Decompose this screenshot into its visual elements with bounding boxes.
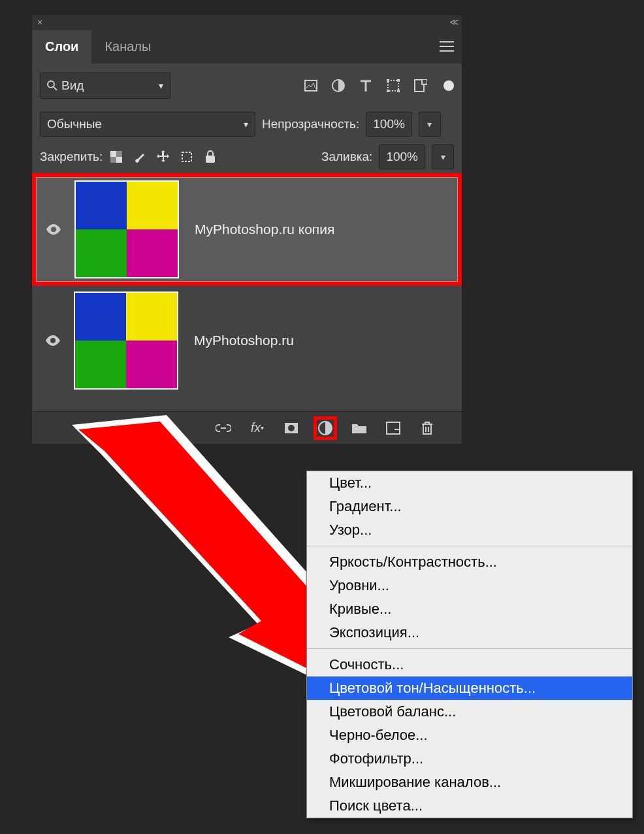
svg-rect-15: [206, 156, 215, 163]
chevron-down-icon: ▾: [244, 119, 248, 129]
layer-filter-row: Вид ▾: [32, 63, 462, 108]
menu-item[interactable]: Поиск цвета...: [307, 794, 632, 818]
filter-type-label: Вид: [61, 78, 84, 93]
svg-rect-11: [116, 157, 122, 163]
svg-rect-10: [110, 151, 116, 157]
svg-rect-7: [397, 90, 400, 92]
layer-row[interactable]: MyPhotoshop.ru копия: [36, 177, 458, 282]
panel-titlebar: × <<: [32, 15, 462, 29]
close-icon[interactable]: ×: [37, 17, 42, 27]
svg-rect-12: [116, 151, 122, 157]
tab-channels[interactable]: Каналы: [91, 30, 164, 63]
svg-rect-1: [305, 80, 317, 91]
lock-transparency-icon[interactable]: [109, 150, 123, 164]
layer-name[interactable]: MyPhotoshop.ru копия: [195, 222, 334, 237]
menu-item[interactable]: Цвет...: [307, 471, 632, 495]
filter-type-dropdown[interactable]: Вид ▾: [40, 73, 170, 99]
lock-brush-icon[interactable]: [133, 150, 147, 164]
layer-thumbnail[interactable]: [74, 180, 179, 278]
lock-all-icon[interactable]: [203, 150, 217, 164]
opacity-slider-toggle[interactable]: ▾: [419, 112, 441, 137]
filter-type-icon[interactable]: [359, 78, 373, 93]
menu-item[interactable]: Микширование каналов...: [307, 771, 632, 794]
layers-list: MyPhotoshop.ru копия MyPhotoshop.ru: [32, 173, 462, 411]
collapse-chevrons-icon[interactable]: <<: [450, 17, 457, 27]
menu-item[interactable]: Узор...: [307, 518, 632, 542]
svg-rect-3: [388, 80, 398, 91]
lock-fill-row: Закрепить: Заливка: 100% ▾: [32, 141, 462, 173]
blend-mode-dropdown[interactable]: Обычные ▾: [40, 112, 255, 137]
new-group-icon[interactable]: [351, 420, 368, 437]
filter-toggle[interactable]: [443, 80, 454, 91]
new-adjustment-layer-icon[interactable]: [317, 420, 334, 437]
menu-item[interactable]: Цветовой баланс...: [307, 700, 632, 724]
svg-rect-14: [182, 152, 191, 161]
svg-marker-21: [78, 422, 330, 673]
svg-marker-20: [72, 415, 330, 683]
add-mask-icon[interactable]: [283, 420, 300, 437]
layer-name[interactable]: MyPhotoshop.ru: [194, 333, 294, 348]
menu-item[interactable]: Черно-белое...: [307, 724, 632, 747]
menu-item[interactable]: Цветовой тон/Насыщенность...: [307, 676, 632, 700]
blend-opacity-row: Обычные ▾ Непрозрачность: 100% ▾: [32, 108, 462, 141]
menu-item[interactable]: Уровни...: [307, 574, 632, 597]
fx-icon[interactable]: fx▾: [249, 420, 266, 437]
fill-label: Заливка:: [321, 150, 372, 164]
svg-rect-9: [422, 79, 427, 84]
menu-item[interactable]: Экспозиция...: [307, 621, 632, 644]
visibility-eye-icon[interactable]: [39, 224, 68, 235]
chevron-down-icon: ▾: [159, 80, 163, 91]
svg-rect-19: [387, 422, 400, 434]
svg-rect-6: [387, 90, 389, 92]
filter-adjustment-icon[interactable]: [331, 78, 346, 93]
layer-row[interactable]: MyPhotoshop.ru: [36, 288, 458, 393]
fill-value[interactable]: 100%: [379, 144, 425, 169]
menu-item[interactable]: Фотофильтр...: [307, 747, 632, 771]
svg-rect-13: [110, 157, 116, 163]
menu-item[interactable]: Кривые...: [307, 597, 632, 621]
new-layer-icon[interactable]: [385, 420, 402, 437]
visibility-eye-icon[interactable]: [39, 335, 67, 346]
tab-row: Слои Каналы: [32, 29, 462, 63]
annotation-arrow: [62, 415, 330, 690]
opacity-value[interactable]: 100%: [366, 112, 412, 137]
adjustment-layer-menu: Цвет...Градиент...Узор...Яркость/Контрас…: [306, 471, 633, 818]
layers-panel: × << Слои Каналы Вид ▾ Обычные: [31, 14, 462, 444]
opacity-label: Непрозрачность:: [262, 117, 359, 131]
link-layers-icon[interactable]: [215, 420, 232, 437]
filter-shape-icon[interactable]: [386, 78, 400, 93]
panel-menu-icon[interactable]: [440, 41, 454, 52]
delete-layer-icon[interactable]: [419, 420, 436, 437]
menu-item[interactable]: Яркость/Контрастность...: [307, 550, 632, 574]
tab-layers[interactable]: Слои: [32, 30, 91, 63]
search-icon: [47, 80, 57, 91]
layer-thumbnail[interactable]: [74, 292, 178, 390]
filter-smartobject-icon[interactable]: [413, 78, 428, 93]
layer-panel-bottom-bar: fx▾: [32, 411, 462, 444]
filter-pixel-icon[interactable]: [304, 78, 318, 93]
svg-rect-4: [387, 79, 389, 82]
lock-artboard-icon[interactable]: [180, 150, 194, 164]
blend-mode-label: Обычные: [47, 117, 102, 131]
menu-item[interactable]: Сочность...: [307, 653, 632, 676]
menu-item[interactable]: Градиент...: [307, 495, 632, 518]
fill-slider-toggle[interactable]: ▾: [432, 144, 454, 169]
svg-rect-5: [397, 79, 400, 82]
lock-label: Закрепить:: [40, 150, 103, 164]
svg-point-0: [48, 81, 54, 88]
lock-move-icon[interactable]: [156, 150, 170, 164]
svg-point-17: [288, 425, 295, 431]
